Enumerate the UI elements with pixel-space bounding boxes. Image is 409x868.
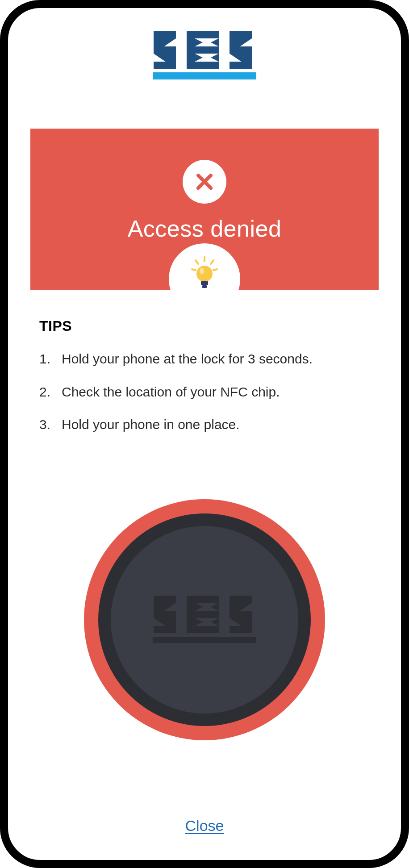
svg-rect-33: [154, 596, 176, 603]
svg-rect-18: [153, 72, 256, 79]
tip-item: 2. Check the location of your NFC chip.: [39, 376, 370, 409]
svg-line-25: [213, 269, 217, 270]
svg-rect-37: [154, 626, 176, 633]
svg-rect-13: [230, 31, 252, 38]
svg-rect-5: [187, 31, 195, 69]
brand-logo-wrap: [8, 8, 401, 79]
tip-item: 1. Hold your phone at the lock for 3 sec…: [39, 342, 370, 376]
svg-marker-12: [195, 54, 203, 62]
svg-rect-48: [230, 611, 252, 618]
tip-number: 3.: [39, 416, 51, 433]
svg-rect-29: [202, 285, 207, 288]
svg-rect-15: [230, 46, 252, 54]
tip-text: Check the location of your NFC chip.: [62, 384, 280, 401]
tip-item: 3. Hold your phone in one place.: [39, 408, 370, 441]
nfc-disc-wrap: [8, 495, 401, 745]
tip-number: 2.: [39, 384, 51, 401]
svg-rect-41: [195, 626, 219, 633]
svg-line-22: [196, 260, 198, 264]
svg-point-26: [196, 266, 213, 282]
brand-logo: [153, 31, 256, 79]
svg-rect-46: [230, 596, 252, 603]
phone-frame: Access denied TIPS: [0, 0, 409, 868]
svg-rect-0: [154, 31, 176, 38]
alert-card: Access denied: [30, 129, 379, 290]
tips-heading: TIPS: [39, 318, 370, 334]
svg-marker-11: [195, 38, 203, 46]
svg-rect-7: [195, 46, 219, 54]
svg-rect-28: [201, 281, 208, 285]
svg-rect-40: [195, 611, 219, 618]
lightbulb-icon: [190, 256, 219, 291]
tip-text: Hold your phone in one place.: [62, 416, 240, 433]
svg-rect-38: [187, 596, 195, 633]
nfc-disc-icon: [79, 495, 330, 745]
svg-rect-35: [154, 611, 176, 618]
svg-line-24: [192, 269, 196, 270]
svg-rect-39: [195, 596, 219, 603]
close-button[interactable]: Close: [183, 817, 227, 835]
svg-rect-4: [154, 62, 176, 69]
svg-line-23: [211, 260, 213, 264]
svg-rect-50: [230, 626, 252, 633]
svg-marker-10: [211, 54, 219, 62]
svg-point-32: [111, 526, 298, 714]
svg-rect-6: [195, 31, 219, 38]
tips-section: TIPS 1. Hold your phone at the lock for …: [39, 318, 370, 441]
alert-title: Access denied: [30, 215, 379, 242]
svg-rect-17: [230, 62, 252, 69]
svg-rect-51: [153, 637, 256, 643]
close-wrap: Close: [8, 817, 401, 835]
tip-number: 1.: [39, 351, 51, 367]
svg-rect-8: [195, 62, 219, 69]
svg-marker-9: [211, 38, 219, 46]
error-x-icon: [183, 160, 226, 204]
svg-rect-2: [154, 46, 176, 54]
tip-notch: [169, 243, 240, 315]
tip-text: Hold your phone at the lock for 3 second…: [62, 351, 313, 367]
svg-point-27: [200, 268, 204, 274]
